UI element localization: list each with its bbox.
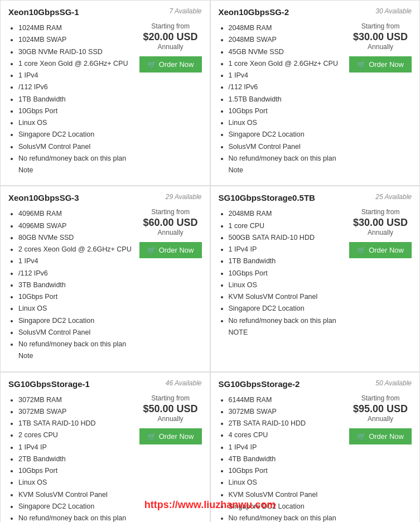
card-available: 46 Available (166, 379, 202, 387)
card-title: SG10GbpsStorage-2 (219, 379, 300, 389)
feature-item: 2048MB RAM (229, 208, 344, 220)
feature-item: 30GB NVMe RAID-10 SSD (18, 46, 134, 58)
plan-card-4: SG10GbpsStorage0.5TB25 Available2048MB R… (210, 186, 421, 371)
feature-item: Singapore DC2 Location (18, 129, 134, 141)
feature-item: 4 cores CPU (229, 429, 344, 441)
feature-item: Linux OS (229, 279, 344, 291)
starting-from-label: Starting from (151, 394, 190, 402)
feature-item: 1 IPv4 (229, 70, 344, 81)
feature-item: 3072MB SWAP (229, 406, 344, 418)
feature-item: 10Gbps Port (18, 291, 134, 303)
plan-card-1: Xeon10GbpsSG-17 Available1024MB RAM1024M… (0, 0, 210, 186)
feature-item: 500GB SATA RAID-10 HDD (229, 232, 344, 244)
feature-item: 2048MB SWAP (229, 34, 344, 46)
annually-label: Annually (158, 43, 184, 51)
order-now-button[interactable]: 🛒Order Now (349, 56, 412, 72)
card-title: SG10GbpsStorage0.5TB (219, 193, 315, 202)
feature-item: 10Gbps Port (18, 105, 134, 117)
price-label: $50.00 USD (143, 403, 198, 415)
card-pricing: Starting from$50.00 USDAnnually🛒Order No… (139, 394, 202, 444)
order-now-button[interactable]: 🛒Order Now (139, 242, 202, 258)
feature-item: 3072MB SWAP (18, 406, 134, 418)
annually-label: Annually (368, 43, 393, 51)
feature-item: KVM SolusVM Control Panel (18, 489, 134, 501)
feature-item: 1 core CPU (229, 220, 344, 232)
order-now-button[interactable]: 🛒Order Now (349, 242, 412, 258)
feature-item: No refund/money back on this plan Note (229, 153, 344, 177)
feature-item: No refund/money back on this plan Note (18, 153, 134, 177)
card-pricing: Starting from$95.00 USDAnnually🛒Order No… (349, 394, 412, 444)
feature-item: Singapore DC2 Location (18, 315, 134, 327)
card-title: SG10GbpsStorage-1 (8, 379, 90, 389)
feature-item: 3072MB RAM (18, 394, 134, 406)
cart-icon: 🛒 (147, 432, 156, 441)
feature-item: No refund/money back on this plan NOTE (18, 513, 134, 522)
card-title: Xeon10GbpsSG-2 (219, 7, 289, 17)
card-available: 50 Available (375, 379, 412, 387)
card-pricing: Starting from$20.00 USDAnnually🛒Order No… (139, 22, 202, 72)
annually-label: Annually (158, 229, 184, 236)
feature-item: KVM SolusVM Control Panel (229, 291, 344, 303)
feature-item: No refund/money back on this plan NOTE (229, 315, 344, 339)
annually-label: Annually (368, 415, 393, 423)
cart-icon: 🛒 (147, 246, 156, 254)
plan-card-2: Xeon10GbpsSG-230 Available2048MB RAM2048… (210, 0, 421, 186)
feature-item: 1 IPv4 IP (18, 442, 134, 453)
plan-card-6: SG10GbpsStorage-250 Available6144MB RAM3… (210, 372, 421, 523)
feature-item: /112 IPv6 (18, 81, 134, 93)
feature-item: 3TB Bandwidth (18, 279, 134, 291)
feature-item: 1024MB RAM (18, 22, 134, 34)
card-available: 29 Available (166, 193, 202, 201)
feature-item: 1 core Xeon Gold @ 2.6GHz+ CPU (229, 58, 344, 70)
starting-from-label: Starting from (361, 22, 400, 30)
card-title: Xeon10GbpsSG-3 (8, 193, 79, 202)
feature-item: 2TB SATA RAID-10 HDD (229, 418, 344, 429)
order-now-label: Order Now (159, 246, 194, 254)
feature-item: Singapore DC2 Location (229, 129, 344, 141)
order-now-label: Order Now (159, 432, 194, 441)
price-label: $60.00 USD (143, 217, 198, 229)
starting-from-label: Starting from (361, 394, 400, 402)
feature-item: Linux OS (229, 117, 344, 129)
feature-item: No refund/money back on this plan NOTE (229, 513, 344, 522)
feature-item: 1024MB SWAP (18, 34, 134, 46)
card-features: 4096MB RAM4096MB SWAP80GB NVMe SSD2 core… (8, 208, 139, 362)
plan-card-3: Xeon10GbpsSG-329 Available4096MB RAM4096… (0, 186, 210, 371)
feature-item: /112 IPv6 (229, 81, 344, 93)
feature-item: Singapore DC2 Location (229, 303, 344, 315)
feature-item: 45GB NVMe SSD (229, 46, 344, 58)
card-available: 30 Available (375, 7, 412, 15)
card-pricing: Starting from$30.00 USDAnnually🛒Order No… (349, 208, 412, 258)
price-label: $30.00 USD (353, 217, 408, 229)
feature-item: Singapore DC2 Location (18, 501, 134, 513)
plan-card-5: SG10GbpsStorage-146 Available3072MB RAM3… (0, 372, 210, 523)
feature-item: SolusVM Control Panel (18, 327, 134, 339)
feature-item: SolusVM Control Panel (18, 141, 134, 153)
feature-item: 10Gbps Port (229, 105, 344, 117)
order-now-label: Order Now (369, 60, 404, 69)
feature-item: 2TB Bandwidth (18, 453, 134, 465)
feature-item: 10Gbps Port (18, 465, 134, 477)
feature-item: 1TB Bandwidth (229, 255, 344, 267)
feature-item: Linux OS (229, 477, 344, 489)
feature-item: /112 IPv6 (18, 268, 134, 279)
feature-item: 1 IPv4 (18, 70, 134, 81)
cart-icon: 🛒 (357, 246, 366, 254)
feature-item: 2 cores CPU (18, 429, 134, 441)
feature-item: 4TB Bandwidth (229, 453, 344, 465)
order-now-button[interactable]: 🛒Order Now (139, 428, 202, 444)
starting-from-label: Starting from (361, 208, 400, 216)
feature-item: 1 IPv4 (18, 255, 134, 267)
feature-item: Singapore DC2 Location (229, 501, 344, 513)
order-now-button[interactable]: 🛒Order Now (349, 428, 412, 444)
feature-item: 1TB SATA RAID-10 HDD (18, 418, 134, 429)
card-available: 7 Available (169, 7, 201, 15)
order-now-button[interactable]: 🛒Order Now (139, 56, 202, 72)
order-now-label: Order Now (369, 432, 404, 441)
feature-item: 4096MB RAM (18, 208, 134, 220)
feature-item: 80GB NVMe SSD (18, 232, 134, 244)
feature-item: 1 core Xeon Gold @ 2.6GHz+ CPU (18, 58, 134, 70)
card-features: 3072MB RAM3072MB SWAP1TB SATA RAID-10 HD… (8, 394, 139, 523)
feature-item: Linux OS (18, 117, 134, 129)
cart-icon: 🛒 (147, 60, 156, 69)
